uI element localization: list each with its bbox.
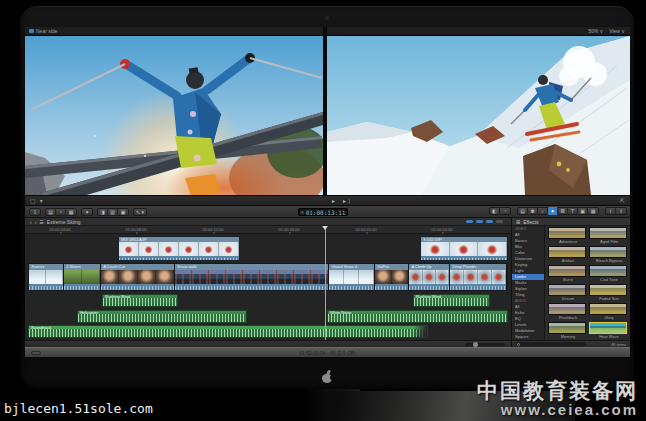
effect-tint-overlay [549, 266, 585, 276]
audio-clip[interactable]: Soundtrack [28, 325, 428, 338]
effect-tint-overlay [549, 323, 585, 333]
audio-clip[interactable]: White Noise [327, 310, 508, 323]
clip-thumbnails [64, 270, 100, 285]
effects-browser-icon[interactable]: ✦ [548, 207, 558, 215]
timeline-clip[interactable]: GoPro [375, 264, 409, 290]
background-tasks-button[interactable]: ◔ [56, 208, 66, 216]
timecode-display[interactable]: ◔ 01:00:13:11 [298, 208, 348, 216]
project-list-icon[interactable]: ☰ [39, 219, 43, 225]
append-edit-button[interactable]: ▣ [118, 208, 128, 216]
timeline-clip[interactable]: Deep Powder [450, 264, 507, 290]
browser-filmstrip-image[interactable] [25, 36, 323, 195]
audio-fade-handle[interactable] [405, 326, 427, 337]
effect-item[interactable]: Memory [548, 322, 588, 340]
timeline-clip[interactable]: 2 Skiers [64, 264, 101, 290]
effects-view-icon[interactable]: ⊞ [516, 219, 520, 225]
clip-audio-waveform [329, 284, 374, 290]
watermark-url: www.ceiea.com [477, 402, 638, 418]
tools-button[interactable]: ✦ [82, 208, 92, 216]
insert-edit-button[interactable]: ▥ [108, 208, 118, 216]
timecode-value: 01:00:13:11 [306, 209, 346, 216]
effect-item[interactable]: Adventure [548, 227, 588, 245]
viewer-strip: ▢ ▾ ►►❘ ⇱ [25, 195, 630, 206]
event-browser-pane: Near side [25, 27, 323, 195]
effect-item[interactable]: Bleach Bypass [589, 246, 629, 264]
timeline-forward-button[interactable]: › [35, 219, 37, 225]
facetime-camera-dot [325, 16, 329, 20]
themes-browser-icon[interactable]: ▦ [588, 207, 598, 215]
timeline-view-toggle[interactable] [496, 220, 503, 223]
effect-item[interactable]: Artifact [548, 246, 588, 264]
fullscreen-icon[interactable]: ⇱ [620, 197, 625, 204]
effect-thumbnail [589, 246, 627, 258]
effect-item[interactable]: Aged Film [589, 227, 629, 245]
generators-browser-icon[interactable]: ▣ [578, 207, 588, 215]
viewer-display-options-button[interactable]: ▢ [30, 197, 36, 204]
effect-item[interactable]: Faded Sun [589, 284, 629, 302]
effect-item[interactable]: Burnt [548, 265, 588, 283]
clip-thumbnail-cell [359, 270, 374, 285]
photos-browser-icon[interactable]: ✽ [528, 207, 538, 215]
connected-clip[interactable]: S 042 03P [420, 236, 508, 261]
timeline-view-toggle[interactable] [486, 220, 493, 223]
clip-thumbnail-cell [277, 270, 294, 285]
retime-button[interactable]: ◔ [500, 207, 510, 215]
play-button[interactable]: ► [331, 198, 336, 204]
music-browser-icon[interactable]: ♪ [538, 207, 548, 215]
audio-clip[interactable]: Helicopter [77, 310, 247, 323]
effect-item[interactable]: Cool Tone [589, 265, 629, 283]
effect-item[interactable]: Flashback [548, 303, 588, 321]
connected-clip[interactable]: MVI 0852 A3P [118, 236, 240, 261]
playhead[interactable] [325, 226, 326, 340]
effect-name-label: Artifact [548, 258, 588, 264]
inspector-button[interactable]: i [606, 207, 616, 215]
clip-thumbnail-cell [421, 242, 450, 256]
timeline-zoom-slider[interactable] [465, 343, 505, 346]
search-icon [517, 343, 520, 346]
clip-thumbnails [175, 270, 328, 285]
timeline-clip[interactable]: A Crash Cut [101, 264, 175, 290]
import-media-button[interactable]: ⇩ [30, 208, 40, 216]
enhancements-button[interactable]: ◧ [490, 207, 500, 215]
audio-clip[interactable]: Rushing Wind [102, 294, 178, 307]
timeline-clip[interactable]: A Climb Up [409, 264, 450, 290]
effect-tint-overlay [590, 285, 626, 295]
transitions-browser-icon[interactable]: ⊠ [558, 207, 568, 215]
share-button[interactable]: ⇪ [616, 207, 626, 215]
timeline-tracks[interactable]: Sunrise2 SkiersA Crash CutSnow walkGrand… [25, 234, 511, 340]
viewer-view-dropdown[interactable]: View ∨ [609, 28, 625, 34]
background-tasks-indicator[interactable] [31, 351, 41, 355]
timeline-back-button[interactable]: ‹ [30, 219, 32, 225]
timeline-ruler[interactable]: 01:00:04:0001:00:08:0001:00:12:0001:00:1… [25, 226, 511, 234]
timeline-clip[interactable]: Sunrise [29, 264, 64, 290]
select-tool-button[interactable]: ↖ ▾ [134, 208, 146, 216]
timeline-clip[interactable]: Snow walk [175, 264, 329, 290]
play-from-end-button[interactable]: ►❘ [342, 198, 351, 204]
viewer-image[interactable] [327, 36, 630, 195]
audio-clip[interactable]: Rushing Wind [413, 294, 490, 307]
keyword-editor-button[interactable]: ▤ [46, 208, 56, 216]
clip-thumbnail-cell [226, 270, 243, 285]
clip-badge[interactable]: Near side [29, 28, 57, 34]
toolbar-button-group: ↖ ▾ [133, 208, 147, 216]
titles-browser-icon[interactable]: T [568, 207, 578, 215]
timeline-view-toggle[interactable] [476, 220, 483, 223]
clip-thumbnail-cell [139, 242, 159, 256]
effect-item[interactable]: Glory [589, 303, 629, 321]
timeline-header: ‹ › ☰ Extreme Skiing [25, 218, 511, 226]
effects-search-input[interactable] [516, 342, 586, 346]
timeline-clip[interactable]: Grand Snow 4 [329, 264, 375, 290]
marker-button[interactable]: ▦ [66, 208, 76, 216]
clip-thumbnail-cell [119, 242, 139, 256]
clip-thumbnail-cell [450, 242, 479, 256]
timeline-view-toggle[interactable] [466, 220, 473, 223]
browser-topbar: Near side [25, 27, 323, 36]
clip-thumbnails [450, 270, 506, 285]
connect-edit-button[interactable]: ◨ [98, 208, 108, 216]
effect-tint-overlay [590, 228, 626, 238]
effect-item[interactable]: Dream [548, 284, 588, 302]
viewer-options-caret[interactable]: ▾ [40, 197, 43, 204]
media-browser-icon[interactable]: ▤ [518, 207, 528, 215]
viewer-zoom-dropdown[interactable]: 50% ∨ [588, 28, 603, 34]
effect-item[interactable]: Heat Wave [589, 322, 629, 340]
